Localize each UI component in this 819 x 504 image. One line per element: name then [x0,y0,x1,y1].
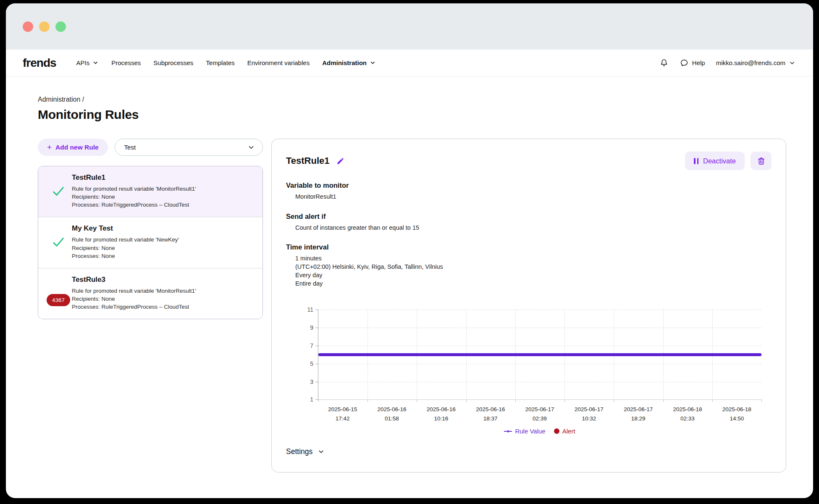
nav-item-subprocesses[interactable]: Subprocesses [153,59,193,66]
window-titlebar [6,3,813,50]
rule-description-line: Recipients: None [72,244,255,252]
y-axis-tick [315,382,318,382]
chevron-down-icon [247,144,255,151]
help-label: Help [692,59,705,66]
x-axis-label: 2025-06-1618:37 [476,405,505,423]
x-axis-tick [368,399,368,402]
detail-actions: Deactivate [685,152,772,170]
section-value: Entire day [295,280,772,288]
y-axis-label: 11 [297,306,313,313]
minimize-button[interactable] [39,21,50,32]
deactivate-label: Deactivate [703,157,736,165]
section-label: Time interval [286,243,772,251]
rule-value-series-line [318,353,761,356]
section-value: MonitorResult1 [295,193,772,201]
pencil-icon [336,157,344,165]
rule-description-line: Recipients: None [72,193,255,201]
x-axis-label: 2025-06-1702:39 [525,405,554,423]
traffic-lights [23,21,66,32]
y-axis-label: 7 [297,342,313,349]
user-menu[interactable]: mikko.sairo@frends.com [716,59,795,66]
rule-title: TestRule3 [72,276,255,284]
pause-icon [694,158,698,164]
chat-bubble-icon [680,58,689,68]
rule-description-line: Processes: RuleTriggeredProcess – CloudT… [72,201,255,209]
notifications-bell-icon[interactable] [659,58,669,68]
nav-item-administration[interactable]: Administration [322,59,376,66]
add-new-rule-button[interactable]: + Add new Rule [38,139,108,156]
add-new-rule-label: Add new Rule [55,144,98,151]
rule-value-chart: 1197531 2025-06-1517:422025-06-1601:5820… [286,310,772,435]
section-value: Count of instances greater than or equal… [295,224,772,232]
y-axis-tick [315,310,318,310]
user-email: mikko.sairo@frends.com [716,59,785,66]
rule-title: TestRule1 [72,173,255,182]
page-content: Administration / Monitoring Rules + Add … [6,76,813,472]
x-axis-label: 2025-06-1517:42 [328,405,357,423]
main-row: + Add new Rule Test TestRule1 Rule for p… [38,139,786,472]
nav-item-environment-variables[interactable]: Environment variables [247,59,310,66]
rule-item-testrule1[interactable]: TestRule1 Rule for promoted result varia… [38,166,262,217]
x-axis-label: 2025-06-1718:29 [624,405,653,423]
screen: frends APIsProcessesSubprocessesTemplate… [0,0,819,504]
rule-item-my-key-test[interactable]: My Key Test Rule for promoted result var… [38,217,262,268]
rule-filter-select[interactable]: Test [115,139,263,156]
x-axis-label: 2025-06-1814:50 [722,405,751,423]
close-button[interactable] [23,21,33,32]
section-time-interval: Time interval 1 minutes(UTC+02:00) Helsi… [286,243,772,288]
nav-item-processes[interactable]: Processes [111,59,141,66]
trash-icon [757,157,766,165]
maximize-button[interactable] [55,21,66,32]
section-send-alert-if: Send alert if Count of instances greater… [286,213,772,232]
settings-expander[interactable]: Settings [286,447,325,456]
section-variable-to-monitor: Variable to monitor MonitorResult1 [286,181,772,201]
delete-rule-button[interactable] [751,152,772,170]
y-axis-tick [315,399,318,400]
chevron-down-icon [370,60,376,66]
x-axis-label: 2025-06-1601:58 [377,405,406,423]
legend-item-rule-value[interactable]: Rule Value [504,428,545,435]
x-axis-tick [663,399,664,402]
top-navbar: frends APIsProcessesSubprocessesTemplate… [6,50,813,76]
nav-items: APIsProcessesSubprocessesTemplatesEnviro… [76,59,376,66]
breadcrumb[interactable]: Administration / [38,96,786,103]
section-value: 1 minutes [295,255,772,263]
nav-right: Help mikko.sairo@frends.com [659,58,795,68]
plus-icon: + [47,143,52,152]
y-axis-label: 3 [297,378,313,385]
settings-label: Settings [286,447,312,456]
rule-description-line: Processes: None [72,252,255,260]
x-axis-tick [712,399,713,402]
section-value: Every day [295,271,772,280]
detail-sections: Variable to monitor MonitorResult1 Send … [286,181,772,288]
y-axis-tick [315,328,318,328]
nav-item-apis[interactable]: APIs [76,59,99,66]
help-button[interactable]: Help [680,58,705,68]
section-label: Send alert if [286,213,772,220]
rules-toolbar: + Add new Rule Test [38,139,263,156]
nav-item-templates[interactable]: Templates [206,59,234,66]
x-axis-tick [318,399,319,402]
alert-count-badge: 4367 [47,294,70,306]
x-axis-tick [761,399,762,402]
rule-description-line: Rule for promoted result variable 'NewKe… [72,236,255,244]
y-axis-tick [315,364,318,364]
browser-window: frends APIsProcessesSubprocessesTemplate… [6,3,813,498]
y-axis-label: 5 [297,360,313,367]
rule-item-testrule3[interactable]: 4367 TestRule3 Rule for promoted result … [38,268,262,319]
x-axis-tick [614,399,614,402]
edit-rule-button[interactable] [336,157,344,165]
x-axis-label: 2025-06-1710:32 [575,405,604,423]
app-logo[interactable]: frends [23,56,56,70]
y-gridline [318,364,761,364]
y-gridline [318,328,761,328]
legend-item-alert[interactable]: Alert [554,428,575,435]
rule-description-line: Rule for promoted result variable 'Monit… [72,185,255,193]
y-gridline [318,382,761,382]
rule-description-line: Recipients: None [72,295,255,303]
section-label: Variable to monitor [286,181,772,189]
x-axis-tick [515,399,516,402]
x-axis-tick [417,399,417,402]
deactivate-button[interactable]: Deactivate [685,152,745,170]
chart-x-axis-labels: 2025-06-1517:422025-06-1601:582025-06-16… [318,405,761,427]
